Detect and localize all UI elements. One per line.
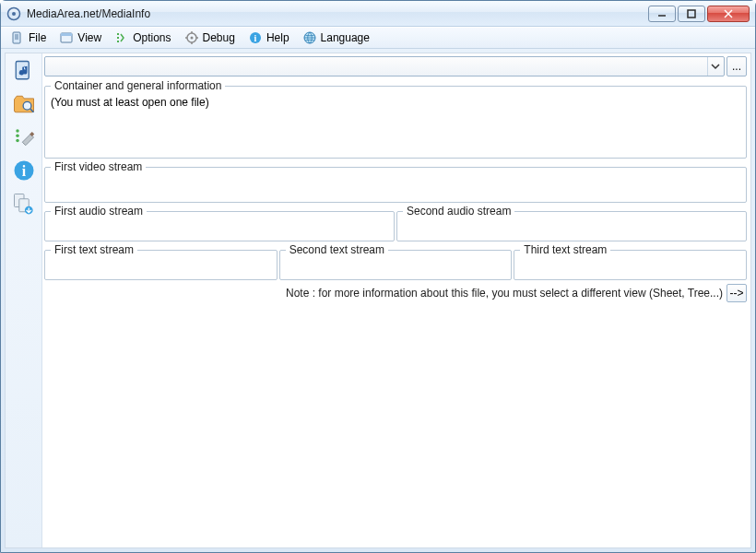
pane-general-body: (You must at least open one file) bbox=[51, 96, 740, 109]
pane-audio-1-legend: First audio stream bbox=[51, 205, 147, 218]
app-icon bbox=[6, 6, 21, 21]
svg-point-15 bbox=[23, 101, 31, 110]
pane-text-2-legend: Second text stream bbox=[286, 243, 388, 256]
change-view-button[interactable]: --> bbox=[726, 284, 747, 302]
pane-video: First video stream bbox=[44, 160, 747, 203]
menu-debug-label: Debug bbox=[203, 31, 235, 44]
browse-button[interactable]: ... bbox=[726, 56, 747, 76]
svg-rect-8 bbox=[61, 33, 72, 36]
window-title: MediaArea.net/MediaInfo bbox=[27, 7, 150, 20]
menubar: File View Options Debug i Help bbox=[1, 27, 755, 49]
sidebar: i bbox=[6, 53, 42, 547]
svg-text:i: i bbox=[21, 163, 26, 179]
info-icon: i bbox=[11, 158, 37, 186]
main-panel: ... Container and general information (Y… bbox=[42, 53, 750, 547]
arrow-right-icon: --> bbox=[730, 287, 744, 300]
pane-video-legend: First video stream bbox=[51, 160, 146, 173]
debug-icon bbox=[184, 30, 199, 45]
menu-options-label: Options bbox=[133, 31, 171, 44]
svg-rect-6 bbox=[13, 32, 20, 43]
preferences-icon bbox=[11, 124, 37, 153]
sidebar-preferences-button[interactable] bbox=[9, 124, 39, 153]
svg-point-19 bbox=[16, 138, 19, 142]
menu-view-label: View bbox=[77, 31, 101, 44]
pane-audio-2-legend: Second audio stream bbox=[403, 205, 514, 218]
menu-view[interactable]: View bbox=[53, 29, 107, 47]
note-row: Note : for more information about this f… bbox=[44, 282, 747, 304]
sidebar-export-button[interactable] bbox=[9, 190, 39, 219]
pane-audio-2: Second audio stream bbox=[396, 205, 747, 241]
client-area: i ... C bbox=[5, 53, 751, 548]
sidebar-about-button[interactable]: i bbox=[9, 157, 39, 186]
pane-general: Container and general information (You m… bbox=[44, 79, 747, 159]
file-music-icon bbox=[11, 58, 37, 87]
export-icon bbox=[11, 191, 37, 219]
menu-options[interactable]: Options bbox=[109, 29, 176, 47]
pane-text-3-legend: Third text stream bbox=[520, 243, 610, 256]
menu-language[interactable]: Language bbox=[297, 29, 375, 47]
menu-language-label: Language bbox=[321, 31, 370, 44]
options-icon bbox=[114, 30, 129, 45]
menu-file-label: File bbox=[29, 31, 46, 44]
close-button[interactable] bbox=[707, 6, 750, 22]
sidebar-open-file-button[interactable] bbox=[9, 57, 39, 87]
menu-help[interactable]: i Help bbox=[242, 29, 295, 47]
file-icon bbox=[10, 30, 25, 45]
window-buttons bbox=[648, 6, 750, 22]
svg-text:i: i bbox=[254, 33, 256, 43]
chevron-down-icon bbox=[707, 57, 722, 76]
file-select-row: ... bbox=[44, 55, 747, 77]
maximize-button[interactable] bbox=[678, 6, 705, 22]
titlebar: MediaArea.net/MediaInfo bbox=[1, 1, 755, 27]
file-dropdown[interactable] bbox=[44, 56, 725, 76]
pane-text-1: First text stream bbox=[44, 243, 278, 280]
note-text: Note : for more information about this f… bbox=[286, 287, 723, 300]
help-icon: i bbox=[248, 30, 263, 45]
info-panes: Container and general information (You m… bbox=[44, 79, 747, 304]
pane-audio-1: First audio stream bbox=[44, 205, 395, 241]
browse-label: ... bbox=[732, 60, 741, 73]
svg-point-18 bbox=[16, 134, 19, 137]
menu-help-label: Help bbox=[266, 31, 289, 44]
sidebar-open-folder-button[interactable] bbox=[9, 90, 39, 120]
pane-text-3: Third text stream bbox=[514, 243, 747, 280]
window: MediaArea.net/MediaInfo File View bbox=[0, 0, 756, 553]
svg-rect-3 bbox=[688, 10, 695, 18]
menu-file[interactable]: File bbox=[5, 29, 52, 47]
svg-point-17 bbox=[16, 129, 19, 133]
svg-point-1 bbox=[12, 12, 16, 16]
minimize-button[interactable] bbox=[648, 6, 676, 22]
menu-debug[interactable]: Debug bbox=[179, 29, 241, 47]
pane-text-2: Second text stream bbox=[279, 243, 513, 280]
view-icon bbox=[59, 30, 74, 45]
folder-search-icon bbox=[11, 91, 37, 120]
language-icon bbox=[302, 30, 317, 45]
pane-general-legend: Container and general information bbox=[51, 79, 225, 92]
svg-point-10 bbox=[190, 37, 193, 40]
pane-text-1-legend: First text stream bbox=[51, 243, 137, 256]
